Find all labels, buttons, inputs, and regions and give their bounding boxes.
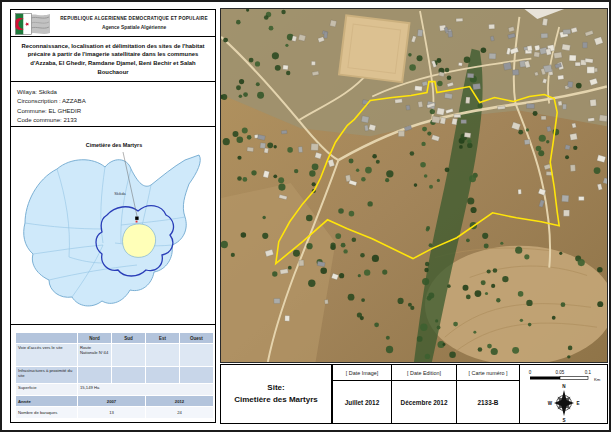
- country-title: REPUBLIQUE ALGERIENNE DEMOCRATIQUE ET PO…: [55, 16, 213, 21]
- baraques-2012: 24: [146, 407, 214, 419]
- scale-unit: Km: [594, 377, 601, 382]
- circonscription-line: Circonscription : AZZABA: [17, 96, 215, 105]
- table-row-superficie: Superficie 15,149 Ha: [16, 384, 214, 396]
- wilaya-line: Wilaya: Skikda: [17, 87, 215, 96]
- col-ouest: Ouest: [180, 333, 214, 344]
- header-text: REPUBLIQUE ALGERIENNE DEMOCRATIQUE ET PO…: [55, 13, 213, 30]
- callout-label: Cimetière des Martyrs: [86, 142, 142, 148]
- date-image-box: [ Date Image] Juillet 2012: [332, 364, 392, 424]
- site-dot: [135, 217, 138, 220]
- table-row-baraques: Nombre de baraques 13 24: [16, 407, 214, 419]
- satellite-graphic: [221, 9, 607, 362]
- table-row-annee: Année 2007 2012: [16, 396, 214, 407]
- superficie-value: 15,149 Ha: [78, 384, 214, 396]
- scale-bar-open: [560, 377, 588, 380]
- date-image-label: [ Date Image]: [333, 365, 391, 381]
- table-row-access: Voie d'accès vers le site Route National…: [16, 344, 214, 367]
- row-label: Infrastructures à proximité du site: [16, 367, 78, 384]
- map-title: Reconnaissance, localisation et délimita…: [11, 42, 215, 76]
- site-label: Site:: [267, 382, 284, 394]
- access-nord: Route Nationale N°44: [78, 344, 112, 367]
- agency-header: REPUBLIQUE ALGERIENNE DEMOCRATIQUE ET PO…: [10, 9, 216, 37]
- date-edition-value: Décembre 2012: [392, 381, 456, 424]
- col-est: Est: [146, 333, 180, 344]
- table-header-row: Nord Sud Est Ouest: [16, 333, 214, 344]
- date-image-value: Juillet 2012: [333, 381, 391, 424]
- table-row-infrastructures: Infrastructures à proximité du site: [16, 367, 214, 384]
- location-info-box: Wilaya: Skikda Circonscription : AZZABA …: [10, 81, 216, 127]
- agency-name: Agence Spatiale Algérienne: [55, 25, 213, 30]
- carte-numero-value: 2133-B: [457, 381, 519, 424]
- city-label: Skikda: [114, 192, 126, 196]
- scale-tick-01: 0.1: [585, 370, 592, 375]
- carte-numero-label: [ Carte numéro ]: [457, 365, 519, 381]
- date-edition-box: [ Date Edition] Décembre 2012: [391, 364, 457, 424]
- site-name: Cimetière des Martyrs: [234, 394, 318, 406]
- map-layout-page: REPUBLIQUE ALGERIENNE DEMOCRATIQUE ET PO…: [0, 0, 611, 432]
- corner-cell: [16, 333, 78, 344]
- compass-e: E: [576, 401, 579, 406]
- wilaya-map-graphic: Cimetière des Martyrs Skikda: [11, 127, 215, 324]
- code-commune-line: Code commune: 2133: [17, 115, 215, 124]
- col-sud: Sud: [112, 333, 146, 344]
- scale-tick-0: 0: [529, 370, 532, 375]
- compass-w: W: [548, 401, 553, 406]
- compass-rose: N S E W: [548, 384, 580, 423]
- commune-highlight: [123, 224, 156, 257]
- site-statistics-table: Nord Sud Est Ouest Voie d'accès vers le …: [15, 332, 214, 419]
- scale-and-compass: 0 0.05 0.1 Km N S E W: [520, 365, 607, 423]
- site-dot-mark: [136, 221, 138, 223]
- inset-locator-map: Cimetière des Martyrs Skikda: [10, 126, 216, 325]
- row-label: Année: [16, 396, 78, 407]
- map-title-box: Reconnaissance, localisation et délimita…: [10, 36, 216, 82]
- carte-numero-box: [ Carte numéro ] 2133-B: [456, 364, 520, 424]
- algeria-flag-logo: [15, 13, 51, 35]
- date-edition-label: [ Date Edition]: [392, 365, 456, 381]
- baraques-2007: 13: [78, 407, 146, 419]
- site-statistics-panel: Nord Sud Est Ouest Voie d'accès vers le …: [10, 324, 216, 423]
- site-name-box: Site: Cimetière des Martyrs: [220, 364, 332, 424]
- compass-s: S: [562, 418, 565, 423]
- satellite-image: [220, 8, 608, 363]
- wilaya-shape: [24, 155, 201, 306]
- annee-2012: 2012: [146, 396, 214, 407]
- stadium: [339, 15, 409, 82]
- scale-compass-box: 0 0.05 0.1 Km N S E W: [519, 364, 608, 424]
- row-label: Superficie: [16, 384, 78, 396]
- row-label: Voie d'accès vers le site: [16, 344, 78, 367]
- commune-line: Commune: EL GHEDIR: [17, 106, 215, 115]
- annee-2007: 2007: [78, 396, 146, 407]
- scale-tick-005: 0.05: [556, 370, 565, 375]
- scale-bar-solid: [530, 377, 560, 380]
- col-nord: Nord: [78, 333, 112, 344]
- row-label: Nombre de baraques: [16, 407, 78, 419]
- compass-n: N: [562, 384, 566, 389]
